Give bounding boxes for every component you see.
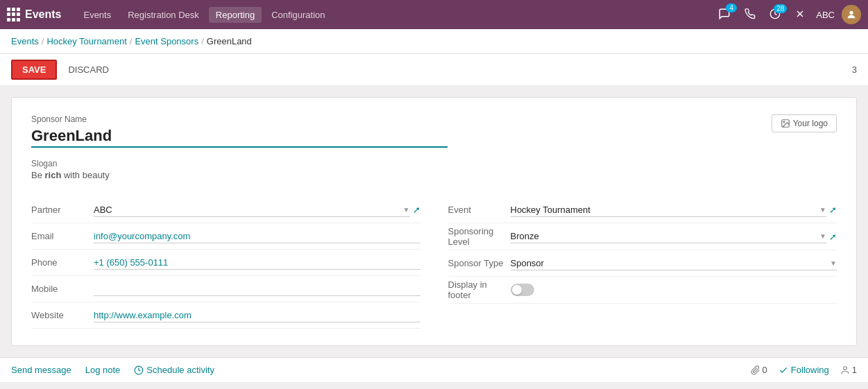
value-sponsoring-level: Bronze ▼ ➚ xyxy=(511,230,837,243)
paperclip-icon xyxy=(751,365,760,375)
logo-button[interactable]: Your logo xyxy=(772,114,837,132)
value-phone xyxy=(94,256,420,270)
partner-arrow-icon: ▼ xyxy=(403,206,410,214)
close-icon-btn[interactable] xyxy=(791,7,809,23)
breadcrumb-hockey[interactable]: Hockey Tournament xyxy=(46,36,126,46)
discard-button[interactable]: DISCARD xyxy=(62,61,114,78)
toolbar: SAVE DISCARD 3 xyxy=(0,54,868,86)
following-button[interactable]: Following xyxy=(778,365,829,375)
chat-icon-btn[interactable]: 4 xyxy=(715,6,734,24)
form-fields-grid: Partner ABC ▼ ➚ Email xyxy=(31,197,837,329)
svg-point-3 xyxy=(849,11,853,15)
value-sponsor-type: Sponsor ▼ xyxy=(511,257,837,270)
value-partner: ABC ▼ ➚ xyxy=(94,203,420,217)
display-footer-toggle[interactable] xyxy=(511,284,534,296)
menu-registration-desk[interactable]: Registration Desk xyxy=(121,7,206,23)
form-row-mobile: Mobile xyxy=(31,276,420,302)
form-row-display-footer: Display in footer xyxy=(448,277,837,304)
label-display-footer: Display in footer xyxy=(448,279,511,300)
sponsoring-level-arrow-icon: ▼ xyxy=(819,232,826,240)
menu-events[interactable]: Events xyxy=(76,7,118,23)
form-left-col: Partner ABC ▼ ➚ Email xyxy=(31,197,420,329)
grid-icon[interactable] xyxy=(7,8,21,21)
send-message-link[interactable]: Send message xyxy=(11,365,71,375)
user-avatar[interactable] xyxy=(842,5,861,24)
breadcrumb-events[interactable]: Events xyxy=(11,36,39,46)
value-mobile xyxy=(94,282,420,296)
breadcrumb-event-sponsors[interactable]: Event Sponsors xyxy=(135,36,198,46)
form-card: Sponsor Name Slogan Be rich with beauty … xyxy=(11,97,857,346)
label-sponsor-type: Sponsor Type xyxy=(448,258,511,268)
breadcrumb: Events / Hockey Tournament / Event Spons… xyxy=(0,29,868,54)
svg-point-7 xyxy=(843,366,846,370)
sponsoring-level-value: Bronze xyxy=(511,231,539,241)
label-website: Website xyxy=(31,310,94,320)
user-initials-label: ABC xyxy=(816,10,835,20)
partner-external-link-icon[interactable]: ➚ xyxy=(413,205,420,215)
form-right-col: Event Hockey Tournament ▼ ➚ Sponsoring L… xyxy=(448,197,837,329)
following-label: Following xyxy=(791,365,829,375)
label-partner: Partner xyxy=(31,205,94,215)
chat-badge: 4 xyxy=(726,3,737,12)
sponsor-type-value: Sponsor xyxy=(511,258,544,268)
label-email: Email xyxy=(31,231,94,241)
form-row-event: Event Hockey Tournament ▼ ➚ xyxy=(448,197,837,223)
event-value: Hockey Tournament xyxy=(511,205,590,215)
schedule-activity-link[interactable]: Schedule activity xyxy=(146,365,214,375)
sponsor-type-arrow-icon: ▼ xyxy=(830,259,837,267)
form-row-sponsoring-level: Sponsoring Level Bronze ▼ ➚ xyxy=(448,223,837,250)
slogan-label: Slogan xyxy=(31,159,772,168)
sponsoring-level-select[interactable]: Bronze ▼ xyxy=(511,230,827,243)
people-count-wrap: 1 xyxy=(840,365,857,375)
log-note-link[interactable]: Log note xyxy=(85,365,121,375)
event-select[interactable]: Hockey Tournament ▼ xyxy=(511,203,827,217)
main-menu: Events Registration Desk Reporting Confi… xyxy=(76,7,715,23)
msg-count-value: 0 xyxy=(763,365,767,375)
mobile-input[interactable] xyxy=(94,282,420,296)
sponsor-type-select[interactable]: Sponsor ▼ xyxy=(511,257,837,270)
sponsoring-level-external-link-icon[interactable]: ➚ xyxy=(829,232,837,242)
message-count-wrap: 0 xyxy=(751,365,767,375)
form-row-sponsor-type: Sponsor Type Sponsor ▼ xyxy=(448,250,837,277)
toggle-knob xyxy=(512,285,522,295)
person-icon xyxy=(840,365,850,375)
bottom-bar: Send message Log note Schedule activity … xyxy=(0,357,868,382)
menu-reporting[interactable]: Reporting xyxy=(209,7,262,23)
label-mobile: Mobile xyxy=(31,284,94,294)
bottom-bar-right: 0 Following 1 xyxy=(751,365,857,375)
partner-value: ABC xyxy=(94,205,112,215)
website-input[interactable] xyxy=(94,309,420,322)
slogan-text: Be rich with beauty xyxy=(31,170,772,180)
value-email xyxy=(94,230,420,243)
sponsor-name-input[interactable] xyxy=(31,127,448,148)
menu-configuration[interactable]: Configuration xyxy=(264,7,332,23)
label-sponsoring-level: Sponsoring Level xyxy=(448,226,511,247)
record-count: 3 xyxy=(852,64,857,75)
clock-icon-btn[interactable]: 28 xyxy=(766,7,784,23)
email-input[interactable] xyxy=(94,230,420,243)
event-arrow-icon: ▼ xyxy=(819,206,826,214)
form-row-phone: Phone xyxy=(31,250,420,276)
value-display-footer xyxy=(511,284,837,296)
app-name[interactable]: Events xyxy=(25,8,61,21)
topnav-right: 4 28 ABC xyxy=(715,5,861,24)
form-row-email: Email xyxy=(31,223,420,250)
value-event: Hockey Tournament ▼ ➚ xyxy=(511,203,837,217)
partner-select[interactable]: ABC ▼ xyxy=(94,203,410,217)
phone-icon-btn[interactable] xyxy=(741,7,759,23)
form-row-partner: Partner ABC ▼ ➚ xyxy=(31,197,420,223)
people-count-value: 1 xyxy=(852,365,857,375)
event-external-link-icon[interactable]: ➚ xyxy=(829,205,837,215)
svg-point-5 xyxy=(783,121,785,123)
label-phone: Phone xyxy=(31,257,94,268)
form-row-website: Website xyxy=(31,302,420,329)
value-website xyxy=(94,309,420,322)
save-button[interactable]: SAVE xyxy=(11,60,57,80)
clock-badge: 28 xyxy=(774,4,787,13)
label-event: Event xyxy=(448,205,511,215)
topnav: Events Events Registration Desk Reportin… xyxy=(0,0,868,29)
phone-input[interactable] xyxy=(94,256,420,270)
sponsor-name-label: Sponsor Name xyxy=(31,114,772,124)
checkmark-icon xyxy=(778,365,788,375)
partner-select-wrap: ABC ▼ xyxy=(94,203,410,217)
